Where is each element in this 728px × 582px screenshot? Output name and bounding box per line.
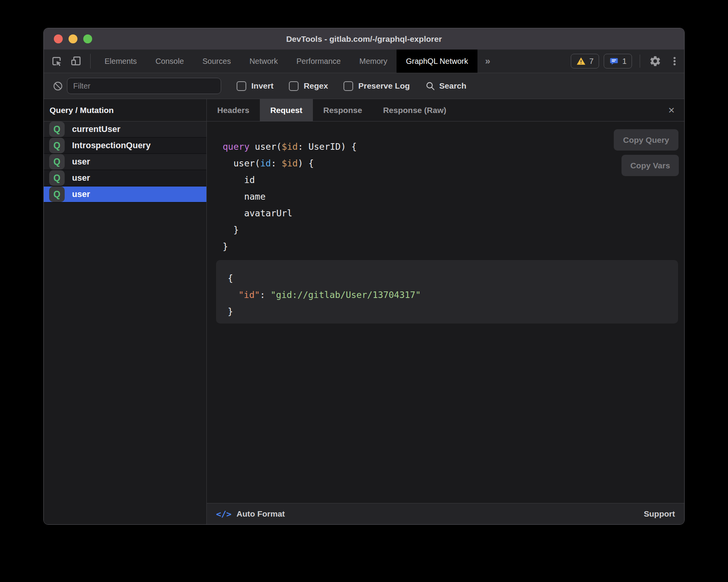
query-type-badge: Q (49, 187, 65, 202)
main-tab-list: ElementsConsoleSourcesNetworkPerformance… (95, 50, 477, 73)
checkbox-label: Invert (251, 81, 273, 91)
content-area: Query / Mutation QcurrentUserQIntrospect… (44, 99, 684, 524)
search-toggle[interactable]: Search (425, 81, 466, 91)
query-type-badge: Q (49, 138, 65, 153)
main-tab-sources[interactable]: Sources (193, 50, 240, 73)
variables-code-line: { (228, 270, 666, 287)
main-tab-elements[interactable]: Elements (95, 50, 146, 73)
query-code-line: user(id: $id) { (223, 155, 357, 172)
issues-badge[interactable]: 1 (604, 54, 632, 68)
warning-count: 7 (589, 57, 594, 66)
filter-bar: InvertRegexPreserve Log Search (44, 73, 684, 99)
title-bar: DevTools - gitlab.com/-/graphql-explorer (44, 28, 684, 50)
variables-code-line: "id": "gid://gitlab/User/13704317" (228, 287, 666, 303)
support-link[interactable]: Support (644, 509, 675, 519)
query-code-line: } (223, 222, 357, 238)
query-type-badge: Q (49, 154, 65, 169)
query-code-line: id (223, 172, 357, 188)
inspect-element-icon[interactable] (47, 50, 66, 73)
query-name-label: currentUser (72, 124, 120, 134)
auto-format-icon: </> (216, 509, 232, 519)
checkbox-box-preserve-log[interactable] (343, 81, 353, 91)
query-type-badge: Q (49, 122, 65, 137)
badge-divider (640, 55, 640, 68)
query-list-item-currentuser-0[interactable]: QcurrentUser (44, 122, 206, 138)
checkbox-preserve-log[interactable]: Preserve Log (343, 81, 410, 91)
filter-input[interactable] (67, 78, 221, 94)
search-label: Search (439, 81, 466, 91)
query-list-panel: Query / Mutation QcurrentUserQIntrospect… (44, 99, 207, 524)
query-list-header: Query / Mutation (44, 99, 206, 122)
detail-tab-list: HeadersRequestResponseResponse (Raw) (207, 99, 457, 121)
query-name-label: user (72, 189, 90, 199)
footer-bar: </> Auto Format Support (207, 503, 684, 524)
zoom-window-button[interactable] (83, 34, 92, 43)
query-list-item-user-3[interactable]: Quser (44, 170, 206, 187)
detail-tab-response-raw[interactable]: Response (Raw) (373, 99, 457, 121)
settings-gear-icon[interactable] (646, 50, 665, 73)
devtools-window: DevTools - gitlab.com/-/graphql-explorer… (43, 28, 685, 525)
detail-tab-headers[interactable]: Headers (207, 99, 260, 121)
clear-block-icon[interactable] (50, 81, 65, 91)
checkbox-box-regex[interactable] (289, 81, 299, 91)
query-name-label: user (72, 173, 90, 183)
detail-tab-response[interactable]: Response (313, 99, 373, 121)
query-code-line: avatarUrl (223, 205, 357, 222)
close-window-button[interactable] (54, 34, 63, 43)
query-list-item-introspectionquery-1[interactable]: QIntrospectionQuery (44, 138, 206, 154)
filter-checkbox-group: InvertRegexPreserve Log (221, 81, 410, 91)
query-code-line: name (223, 188, 357, 205)
query-name-label: IntrospectionQuery (72, 140, 151, 151)
detail-tab-request[interactable]: Request (260, 99, 313, 121)
warning-icon (576, 56, 586, 66)
status-badges: 7 1 (571, 50, 632, 73)
search-icon (425, 81, 435, 91)
minimize-window-button[interactable] (69, 34, 77, 43)
auto-format-button[interactable]: Auto Format (237, 509, 285, 519)
query-list: QcurrentUserQIntrospectionQueryQuserQuse… (44, 122, 206, 203)
graphql-query-code: query user($id: UserID) { user(id: $id) … (223, 139, 357, 255)
checkbox-label: Preserve Log (358, 81, 410, 91)
query-list-item-user-2[interactable]: Quser (44, 154, 206, 170)
toolbar-spacer (498, 50, 571, 73)
query-code-line: query user($id: UserID) { (223, 139, 357, 155)
checkbox-label: Regex (304, 81, 328, 91)
request-pane: query user($id: UserID) { user(id: $id) … (207, 122, 684, 503)
traffic-lights (54, 28, 92, 50)
query-code-line: } (223, 238, 357, 255)
copy-vars-button[interactable]: Copy Vars (622, 155, 679, 176)
checkbox-invert[interactable]: Invert (237, 81, 273, 91)
more-tabs-button[interactable]: » (477, 50, 498, 73)
main-toolbar: ElementsConsoleSourcesNetworkPerformance… (44, 50, 684, 73)
toolbar-divider (90, 54, 91, 68)
more-options-kebab-icon[interactable] (665, 50, 684, 73)
device-toolbar-icon[interactable] (66, 50, 86, 73)
detail-tab-bar: HeadersRequestResponseResponse (Raw) × (207, 99, 684, 122)
issues-count: 1 (622, 57, 627, 66)
query-type-badge: Q (49, 170, 65, 186)
query-name-label: user (72, 157, 90, 167)
detail-panel: HeadersRequestResponseResponse (Raw) × q… (207, 99, 684, 524)
main-tab-graphql-network[interactable]: GraphQL Network (397, 50, 477, 73)
main-tab-network[interactable]: Network (240, 50, 287, 73)
desktop-background: DevTools - gitlab.com/-/graphql-explorer… (0, 0, 728, 582)
window-title: DevTools - gitlab.com/-/graphql-explorer (286, 34, 442, 44)
variables-code-line: } (228, 303, 666, 320)
message-bubble-icon (609, 56, 619, 66)
checkbox-box-invert[interactable] (237, 81, 246, 91)
query-variables-panel: { "id": "gid://gitlab/User/13704317"} (216, 260, 678, 324)
close-detail-icon[interactable]: × (659, 99, 684, 121)
query-list-item-user-4[interactable]: Quser (44, 187, 206, 203)
main-tab-console[interactable]: Console (146, 50, 193, 73)
checkbox-regex[interactable]: Regex (289, 81, 328, 91)
warnings-badge[interactable]: 7 (571, 54, 599, 68)
main-tab-memory[interactable]: Memory (350, 50, 397, 73)
main-tab-performance[interactable]: Performance (287, 50, 350, 73)
copy-query-button[interactable]: Copy Query (614, 129, 678, 151)
